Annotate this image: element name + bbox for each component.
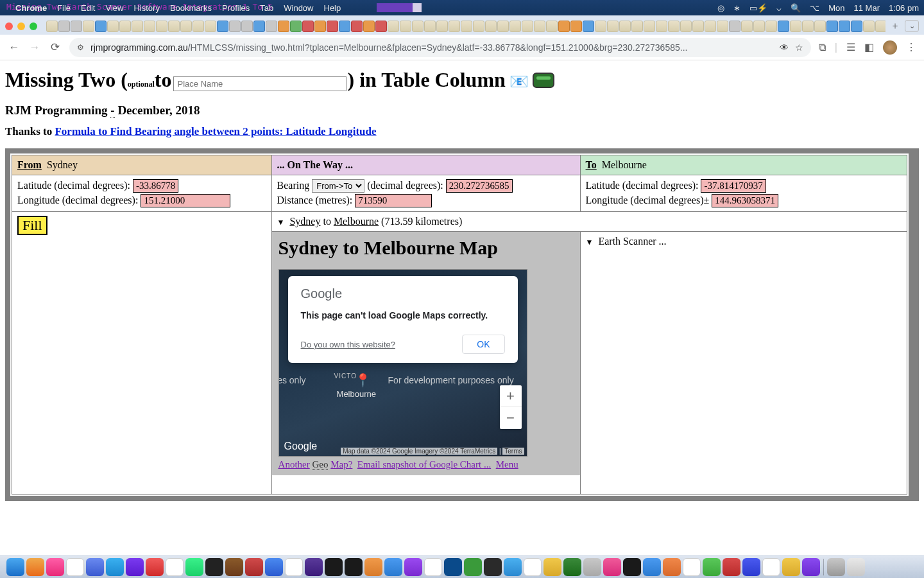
from-lat-input[interactable]: -33.86778 bbox=[133, 179, 178, 193]
dock-app-icon[interactable] bbox=[703, 558, 721, 576]
dock-app-icon[interactable] bbox=[265, 558, 283, 576]
wifi-icon[interactable]: ⌵ bbox=[776, 3, 782, 13]
dock-app-icon[interactable] bbox=[345, 558, 363, 576]
reading-list-icon[interactable]: ☰ bbox=[846, 41, 855, 53]
dock-app-icon[interactable] bbox=[66, 558, 84, 576]
direction-select[interactable]: From->To bbox=[312, 179, 364, 193]
map-error-ok-button[interactable]: OK bbox=[462, 335, 504, 354]
menu-window[interactable]: Window bbox=[284, 3, 313, 13]
menu-view[interactable]: View bbox=[105, 3, 123, 13]
nav-back-icon[interactable]: ← bbox=[8, 41, 21, 54]
nav-reload-icon[interactable]: ⟳ bbox=[49, 40, 62, 54]
control-center-icon[interactable]: ⌥ bbox=[810, 3, 819, 13]
bluetooth-icon[interactable]: ∗ bbox=[733, 3, 740, 13]
summary-from-link[interactable]: Sydney bbox=[289, 216, 320, 227]
map-terms-link[interactable]: Terms bbox=[502, 448, 524, 455]
disclosure-triangle-icon[interactable]: ▼ bbox=[277, 218, 285, 227]
dock-app-icon[interactable] bbox=[504, 558, 522, 576]
email-icon[interactable]: 📧 bbox=[509, 73, 529, 91]
spotlight-icon[interactable]: 🔍 bbox=[791, 3, 801, 13]
dock-app-icon[interactable] bbox=[205, 558, 223, 576]
bearing-formula-link[interactable]: Formula to Find Bearing angle between 2 … bbox=[55, 125, 376, 137]
tab-overflow[interactable] bbox=[46, 21, 886, 32]
dock-app-icon[interactable] bbox=[126, 558, 144, 576]
dock-app-icon[interactable] bbox=[563, 558, 581, 576]
dock-app-icon[interactable] bbox=[543, 558, 561, 576]
window-zoom-icon[interactable] bbox=[30, 22, 37, 30]
menu-bookmarks[interactable]: Bookmarks bbox=[170, 3, 212, 13]
dock-app-icon[interactable] bbox=[166, 558, 184, 576]
disclosure-triangle-icon[interactable]: ▼ bbox=[586, 238, 594, 247]
dock-app-icon[interactable] bbox=[46, 558, 64, 576]
mapq-link[interactable]: Map? bbox=[330, 459, 352, 469]
place-name-input[interactable] bbox=[173, 76, 346, 91]
eye-icon[interactable]: 👁 bbox=[780, 42, 789, 53]
dock-app-icon[interactable] bbox=[623, 558, 641, 576]
to-lon-input[interactable]: 144.963058371 bbox=[712, 194, 778, 207]
extensions-icon[interactable]: ⧉ bbox=[819, 42, 826, 53]
dock-app-icon[interactable] bbox=[782, 558, 800, 576]
dock-app-icon[interactable] bbox=[583, 558, 601, 576]
new-tab-button[interactable]: + bbox=[888, 21, 902, 32]
map-zoom-out-button[interactable]: − bbox=[500, 407, 522, 429]
dock-app-icon[interactable] bbox=[723, 558, 740, 576]
dock-app-icon[interactable] bbox=[663, 558, 681, 576]
dock-app-icon[interactable] bbox=[444, 558, 462, 576]
menu-tab[interactable]: Tab bbox=[260, 3, 273, 13]
another-link[interactable]: Another bbox=[278, 459, 310, 469]
dock-app-icon[interactable] bbox=[484, 558, 502, 576]
window-minimize-icon[interactable] bbox=[17, 22, 25, 30]
dock-app-icon[interactable] bbox=[106, 558, 124, 576]
menu-profiles[interactable]: Profiles bbox=[222, 3, 250, 13]
dock-app-icon[interactable] bbox=[424, 558, 442, 576]
dock-app-icon[interactable] bbox=[464, 558, 482, 576]
app-menu[interactable]: Chrome bbox=[15, 3, 47, 13]
earth-scanner-summary[interactable]: ▼ Earth Scanner ... bbox=[586, 236, 902, 247]
dock-app-icon[interactable] bbox=[683, 558, 701, 576]
dock-app-icon[interactable] bbox=[364, 558, 382, 576]
own-website-link[interactable]: Do you own this website? bbox=[301, 340, 395, 349]
dock-app-icon[interactable] bbox=[742, 558, 760, 576]
dock-app-icon[interactable] bbox=[404, 558, 422, 576]
dock-app-icon[interactable] bbox=[384, 558, 402, 576]
window-close-icon[interactable] bbox=[5, 22, 13, 30]
menu-file[interactable]: File bbox=[57, 3, 71, 13]
profile-avatar-icon[interactable] bbox=[883, 40, 897, 55]
dock-app-icon[interactable] bbox=[225, 558, 243, 576]
menu-help[interactable]: Help bbox=[324, 3, 341, 13]
macos-dock[interactable] bbox=[0, 555, 924, 578]
battery-icon[interactable]: ▭⚡ bbox=[749, 3, 767, 13]
route-summary[interactable]: ▼ Sydney to Melbourne (713.59 kilometres… bbox=[277, 216, 902, 227]
pager-icon[interactable] bbox=[533, 73, 554, 88]
from-lon-input[interactable]: 151.21000 bbox=[141, 194, 230, 207]
summary-to-link[interactable]: Melbourne bbox=[334, 216, 379, 227]
dock-app-icon[interactable] bbox=[86, 558, 104, 576]
url-field[interactable]: ⚙ rjmprogramming.com.au/HTMLCSS/missing_… bbox=[69, 38, 811, 57]
dock-app-icon[interactable] bbox=[185, 558, 203, 576]
dock-app-icon[interactable] bbox=[325, 558, 343, 576]
menu-link[interactable]: Menu bbox=[496, 459, 518, 469]
fill-button[interactable]: Fill bbox=[17, 216, 47, 235]
tab-list-dropdown-icon[interactable]: ⌄ bbox=[905, 20, 919, 32]
chrome-menu-icon[interactable]: ⋮ bbox=[906, 41, 916, 53]
dock-app-icon[interactable] bbox=[285, 558, 303, 576]
dock-app-icon[interactable] bbox=[762, 558, 780, 576]
bearing-input[interactable]: 230.272736585 bbox=[446, 179, 513, 193]
sidepanel-icon[interactable]: ◧ bbox=[864, 41, 874, 53]
dock-app-icon[interactable] bbox=[305, 558, 323, 576]
bookmark-star-icon[interactable]: ☆ bbox=[795, 42, 803, 53]
menu-edit[interactable]: Edit bbox=[81, 3, 95, 13]
dock-app-icon[interactable] bbox=[643, 558, 661, 576]
google-map[interactable]: Google This page can't load Google Maps … bbox=[278, 269, 527, 457]
dock-app-icon[interactable] bbox=[146, 558, 164, 576]
geo-link[interactable]: Geo bbox=[312, 459, 328, 470]
dock-trash-icon[interactable] bbox=[847, 558, 865, 576]
dock-app-icon[interactable] bbox=[802, 558, 820, 576]
dock-app-icon[interactable] bbox=[524, 558, 542, 576]
screen-record-icon[interactable]: ◎ bbox=[717, 3, 724, 13]
dock-app-icon[interactable] bbox=[603, 558, 621, 576]
map-zoom-in-button[interactable]: + bbox=[500, 385, 522, 407]
dock-app-icon[interactable] bbox=[26, 558, 44, 576]
distance-input[interactable]: 713590 bbox=[355, 194, 432, 207]
site-settings-icon[interactable]: ⚙ bbox=[77, 43, 84, 52]
